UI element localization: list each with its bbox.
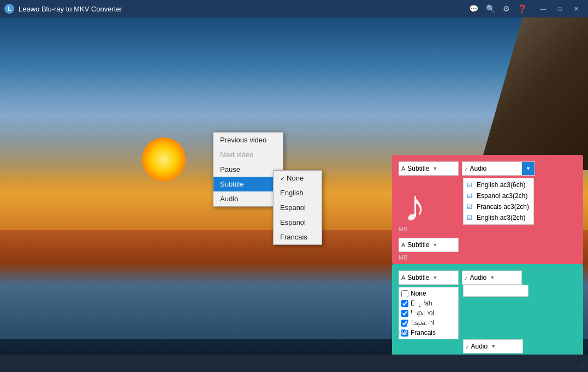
check-icon-2: ☑: [467, 203, 474, 211]
teal-bottom-audio-dropdown[interactable]: ♪ Audio ▼: [463, 339, 523, 353]
pink-bottom-subtitle-dropdown[interactable]: A Subtitle ▼: [399, 238, 459, 252]
pink-subtitle-dropdown[interactable]: A Subtitle ▼: [399, 161, 459, 176]
pink-bottom-row: A Subtitle ▼: [399, 238, 577, 252]
title-bar-actions: 💬 🔍 ⚙ ❓: [469, 4, 527, 13]
chat-icon[interactable]: 💬: [469, 4, 478, 13]
teal-audio-icon: ♪: [465, 274, 468, 281]
pink-audio-item-3-label: English ac3(2ch): [477, 214, 525, 221]
teal-audio-empty: [463, 285, 528, 297]
maximize-button[interactable]: □: [552, 3, 567, 15]
resize-handle[interactable]: ⌟: [580, 359, 584, 368]
pink-bottom-subtitle-label: Subtitle: [407, 241, 429, 249]
teal-bottom-audio-arrow: ▼: [491, 344, 496, 349]
settings-icon[interactable]: ⚙: [503, 4, 510, 13]
pink-top-row: A Subtitle ▼ ♪ Audio ▼: [399, 161, 577, 176]
teal-subtitle-label: Subtitle: [407, 274, 429, 281]
window-controls: — □ ✕: [536, 3, 584, 15]
submenu-espanol2[interactable]: Espanol: [274, 215, 322, 230]
pink-audio-label: Audio: [470, 165, 487, 172]
pink-audio-item-0: ☑ English ac3(6ch): [464, 179, 533, 190]
teal-subtitle-icon: A: [401, 274, 405, 281]
submenu-english[interactable]: English: [274, 185, 322, 200]
help-icon[interactable]: ❓: [518, 4, 527, 13]
context-menu-previous-video[interactable]: Previous video: [213, 133, 283, 147]
teal-subtitle-arrow: ▼: [432, 275, 437, 280]
check-icon-0: ☑: [467, 182, 474, 189]
teal-audio-label: Audio: [470, 274, 487, 281]
submenu-espanol1[interactable]: Espanol: [274, 200, 322, 215]
teal-bottom-row: ♪ Audio ▼: [399, 339, 577, 353]
pink-audio-expand-btn[interactable]: ▼: [522, 161, 535, 176]
subtitle-dropdown-arrow: ▼: [432, 166, 437, 171]
teal-bottom-audio-icon: ♪: [466, 343, 469, 350]
pink-mb-label2: MB: [399, 254, 577, 261]
title-bar: L Leawo Blu-ray to MKV Converter 💬 🔍 ⚙ ❓…: [0, 0, 588, 17]
sun-effect: [142, 137, 186, 181]
teal-audio-dropdown[interactable]: ♪ Audio ▼: [462, 271, 522, 285]
pink-audio-item-2-label: Francais ac3(2ch): [477, 203, 529, 211]
subtitle-submenu: None English Espanol Espanol Francais: [273, 170, 322, 245]
check-icon-3: ☑: [467, 214, 474, 221]
pink-audio-list: ☑ English ac3(6ch) ☑ Espanol ac3(2ch) ☑ …: [463, 178, 534, 225]
pink-subtitle-label: Subtitle: [407, 165, 429, 172]
app-title: Leawo Blu-ray to MKV Converter: [19, 5, 469, 13]
pink-audio-item-2: ☑ Francais ac3(2ch): [464, 201, 533, 212]
bottom-bar: ⌟: [0, 355, 588, 372]
teal-bottom-audio-label: Audio: [471, 343, 488, 350]
video-area: Previous video Next video Pause Subtitle…: [0, 17, 588, 372]
music-note-icon: ♪: [404, 181, 426, 231]
close-button[interactable]: ✕: [568, 3, 584, 15]
pink-bottom-subtitle-icon: A: [401, 242, 405, 248]
app-icon-letter: L: [8, 6, 11, 12]
teal-top-row: A Subtitle ▼ ♪ Audio ▼: [399, 271, 577, 285]
pink-audio-item-1: ☑ Espanol ac3(2ch): [464, 190, 533, 201]
pink-audio-dropdown[interactable]: ♪ Audio: [462, 161, 522, 176]
check-icon-1: ☑: [467, 193, 474, 200]
teal-subtitle-dropdown[interactable]: A Subtitle ▼: [399, 271, 459, 285]
submenu-francais[interactable]: Francais: [274, 230, 322, 244]
app-icon: L: [4, 4, 14, 14]
context-menu-next-video: Next video: [213, 147, 283, 162]
pink-audio-item-1-label: Espanol ac3(2ch): [477, 192, 527, 200]
pink-audio-item-3: ☑ English ac3(2ch): [464, 212, 533, 223]
minimize-button[interactable]: —: [536, 3, 551, 15]
pink-bottom-subtitle-arrow: ▼: [432, 242, 437, 248]
pink-audio-item-0-label: English ac3(6ch): [477, 181, 525, 189]
submenu-none[interactable]: None: [274, 171, 322, 185]
audio-expand-arrow: ▼: [526, 166, 531, 171]
teal-audio-section: [463, 285, 577, 297]
search-icon[interactable]: 🔍: [486, 4, 495, 13]
teal-audio-arrow: ▼: [490, 275, 495, 280]
text-a-icon: A: [404, 290, 436, 340]
subtitle-dropdown-icon: A: [401, 165, 405, 172]
audio-dropdown-icon: ♪: [465, 165, 468, 172]
